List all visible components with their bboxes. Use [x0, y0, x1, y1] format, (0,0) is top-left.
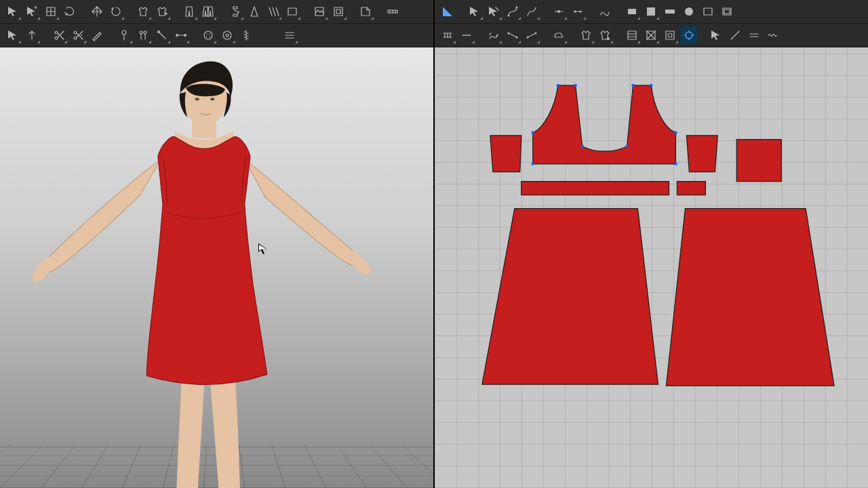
texture-2d-tool[interactable] [623, 26, 641, 44]
svg-point-24 [209, 36, 210, 37]
texture3-tool[interactable] [661, 26, 679, 44]
pane-2d [435, 0, 868, 488]
select-move-tool[interactable] [23, 3, 41, 20]
fold-tool[interactable] [357, 3, 374, 20]
pattern-bodice[interactable] [533, 85, 676, 164]
garment-2d-tool[interactable] [577, 26, 595, 44]
select-2d-tool[interactable] [466, 3, 484, 20]
texture2-tool[interactable] [642, 26, 660, 44]
garment-2d-dd-tool[interactable] [596, 26, 614, 44]
svg-point-40 [580, 11, 582, 13]
svg-point-21 [206, 33, 208, 35]
wave-tool[interactable] [764, 26, 782, 44]
pin3-tool[interactable] [172, 26, 190, 44]
svg-point-50 [469, 35, 470, 36]
pattern-waistband-small[interactable] [677, 182, 705, 195]
sew-free-tool[interactable] [485, 26, 502, 44]
curve-draw-tool[interactable] [596, 3, 614, 20]
svg-point-19 [184, 34, 186, 37]
edit-mesh-tool[interactable] [42, 3, 60, 20]
rect-fill-tool[interactable] [623, 3, 641, 20]
button-tool[interactable] [199, 26, 217, 44]
pan-tool[interactable] [88, 3, 106, 20]
toolbar-2d [435, 0, 868, 47]
select-move-2d-tool[interactable] [485, 3, 502, 20]
circle-tool[interactable] [680, 3, 698, 20]
garment-shirt-add-tool[interactable] [153, 3, 171, 20]
select-right-tool[interactable] [707, 26, 725, 44]
rect-alt-tool[interactable] [642, 3, 660, 20]
iron-tool[interactable] [550, 26, 568, 44]
pattern-extra-square[interactable] [736, 140, 781, 182]
rect4-tool[interactable] [718, 3, 736, 20]
edit-curve-tool[interactable] [504, 3, 521, 20]
svg-point-38 [557, 10, 560, 13]
avatar-3d[interactable] [0, 47, 433, 488]
rectangle-tool[interactable] [283, 3, 301, 20]
seamline-tool[interactable] [281, 26, 298, 44]
arrow-up-tool[interactable] [23, 26, 41, 44]
scissors-tool[interactable] [50, 26, 68, 44]
pants-combo-tool[interactable] [199, 3, 217, 20]
line-tool[interactable] [726, 26, 744, 44]
svg-rect-41 [628, 9, 636, 14]
toolbar-3d-row1 [0, 0, 433, 23]
pattern-side-left[interactable] [490, 136, 521, 172]
pattern-waistband[interactable] [521, 182, 669, 195]
viewport-2d[interactable] [435, 47, 868, 488]
knife-tool[interactable] [88, 26, 106, 44]
pointer-tool[interactable] [4, 26, 22, 44]
svg-point-69 [650, 84, 652, 87]
svg-point-26 [226, 34, 229, 37]
button-alt-tool[interactable] [218, 26, 236, 44]
sew-tool[interactable] [439, 26, 456, 44]
pants-tool[interactable] [180, 3, 198, 20]
rect3-tool[interactable] [699, 3, 717, 20]
sew-dd-tool[interactable] [458, 26, 475, 44]
svg-marker-0 [8, 7, 16, 16]
tape-tool[interactable] [384, 3, 401, 20]
svg-rect-47 [724, 9, 730, 14]
pattern-canvas[interactable] [435, 47, 868, 487]
svg-point-48 [463, 35, 465, 36]
thread-tool[interactable] [226, 3, 244, 20]
pattern-side-right[interactable] [686, 136, 717, 172]
svg-point-63 [674, 163, 677, 165]
rotate-view-tool[interactable] [107, 3, 125, 20]
add-point-tool[interactable] [550, 3, 568, 20]
dbl-line-tool[interactable] [745, 26, 763, 44]
rect2-tool[interactable] [661, 3, 679, 20]
svg-rect-7 [334, 7, 342, 16]
svg-marker-3 [111, 7, 114, 10]
pleat-tool[interactable] [264, 3, 282, 20]
zipper-tool[interactable] [237, 26, 255, 44]
svg-point-29 [195, 98, 199, 100]
snap-highlight-tool[interactable] [680, 26, 698, 44]
select-tool[interactable] [4, 3, 22, 20]
pattern-skirt-left[interactable] [482, 209, 658, 385]
svg-point-55 [607, 37, 610, 40]
right-triangle-active-tool[interactable] [439, 3, 456, 20]
svg-point-49 [466, 35, 467, 36]
curve-tool[interactable] [523, 3, 540, 20]
texture-tool[interactable] [311, 3, 328, 20]
viewport-3d[interactable] [0, 47, 433, 488]
pattern-skirt-right[interactable] [666, 209, 834, 386]
svg-point-14 [122, 30, 126, 35]
svg-point-70 [580, 145, 583, 148]
scissors-alt-tool[interactable] [69, 26, 87, 44]
svg-rect-56 [628, 31, 636, 39]
garment-shirt-tool[interactable] [134, 3, 152, 20]
pin2-tool[interactable] [153, 26, 171, 44]
pin-dd-tool[interactable] [134, 26, 152, 44]
pin-tool[interactable] [115, 26, 133, 44]
texture-edit-tool[interactable] [330, 3, 347, 20]
sew-line2-tool[interactable] [523, 26, 540, 44]
svg-point-9 [55, 31, 58, 34]
edit-point-tool[interactable] [569, 3, 587, 20]
sew-line-tool[interactable] [504, 26, 521, 44]
svg-marker-33 [443, 7, 452, 16]
svg-point-36 [508, 15, 510, 17]
lasso-tool[interactable] [61, 3, 79, 20]
dart-tool[interactable] [245, 3, 263, 20]
